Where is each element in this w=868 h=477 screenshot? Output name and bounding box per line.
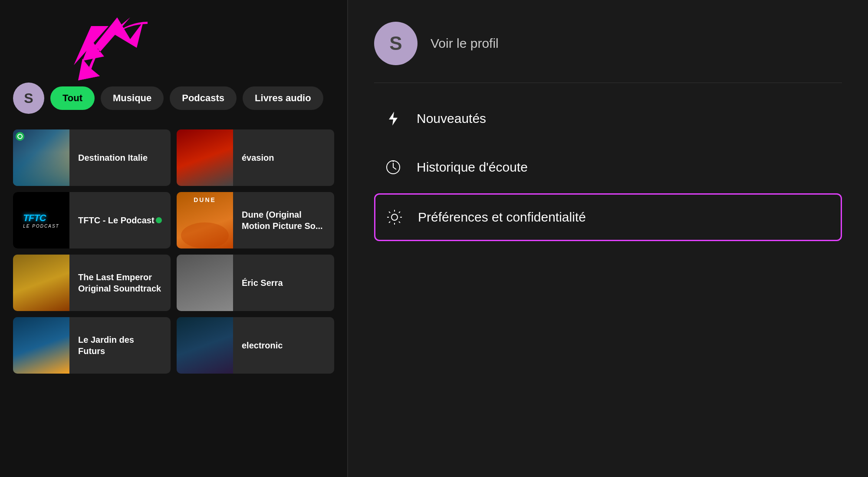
thumb-dune: DUNE (177, 192, 233, 248)
gear-icon (384, 207, 405, 228)
filter-musique-button[interactable]: Musique (101, 86, 164, 110)
thumb-destination-italie (13, 129, 69, 186)
card-jardin[interactable]: Le Jardin des Futurs (13, 317, 171, 374)
menu-label: Préférences et confidentialité (418, 210, 586, 225)
thumb-electronic (177, 317, 233, 374)
card-title: Destination Italie (69, 145, 156, 170)
profile-label: Voir le profil (431, 36, 499, 51)
user-avatar-small[interactable]: S (13, 83, 44, 114)
left-panel: S Tout Musique Podcasts Livres audio Des… (0, 0, 347, 477)
menu-label: Nouveautés (417, 111, 486, 126)
profile-avatar: S (374, 22, 418, 65)
menu-label: Historique d'écoute (417, 160, 528, 175)
card-title: The Last Emperor Original Soundtrack (69, 265, 171, 301)
svg-marker-1 (74, 26, 108, 65)
card-emperor[interactable]: The Last Emperor Original Soundtrack (13, 255, 171, 311)
svg-point-5 (393, 161, 394, 162)
card-title: electronic (233, 333, 291, 358)
card-electronic[interactable]: electronic (177, 317, 334, 374)
card-title: TFTC - Le Podcast (69, 208, 163, 233)
profile-row[interactable]: S Voir le profil (374, 22, 842, 83)
card-dune[interactable]: DUNE Dune (Original Motion Picture So... (177, 192, 334, 248)
card-eric-serra[interactable]: Éric Serra (177, 255, 334, 311)
filter-bar: S Tout Musique Podcasts Livres audio (13, 83, 334, 114)
thumb-eric-serra (177, 255, 233, 311)
bolt-icon (383, 108, 404, 129)
menu-item-historique[interactable]: Historique d'écoute (374, 145, 842, 190)
thumb-emperor (13, 255, 69, 311)
card-title: Éric Serra (233, 270, 292, 295)
menu-item-preferences[interactable]: Préférences et confidentialité (374, 193, 842, 241)
unread-dot (156, 217, 162, 223)
card-title: Le Jardin des Futurs (69, 327, 171, 364)
filter-livres-button[interactable]: Livres audio (243, 86, 323, 110)
svg-point-6 (391, 214, 398, 220)
card-title: Dune (Original Motion Picture So... (233, 202, 334, 238)
filter-tout-button[interactable]: Tout (50, 86, 95, 110)
card-tftc[interactable]: TFTCLE PODCAST TFTC - Le Podcast (13, 192, 171, 248)
menu-item-nouveautes[interactable]: Nouveautés (374, 96, 842, 141)
right-panel: S Voir le profil Nouveautés Historique d… (348, 0, 868, 477)
spotify-logo (16, 132, 24, 141)
svg-point-2 (18, 134, 22, 139)
thumb-evasion (177, 129, 233, 186)
card-evasion[interactable]: évasion (177, 129, 334, 186)
card-title: évasion (233, 145, 283, 170)
card-destination-italie[interactable]: Destination Italie (13, 129, 171, 186)
filter-podcasts-button[interactable]: Podcasts (170, 86, 237, 110)
thumb-jardin (13, 317, 69, 374)
arrow-annotation (74, 13, 143, 65)
clock-icon (383, 157, 404, 178)
svg-point-3 (181, 222, 229, 248)
thumb-tftc: TFTCLE PODCAST (13, 192, 69, 248)
svg-marker-0 (82, 17, 143, 61)
content-grid: Destination Italie évasion TFTCLE PODCAS… (13, 129, 334, 374)
